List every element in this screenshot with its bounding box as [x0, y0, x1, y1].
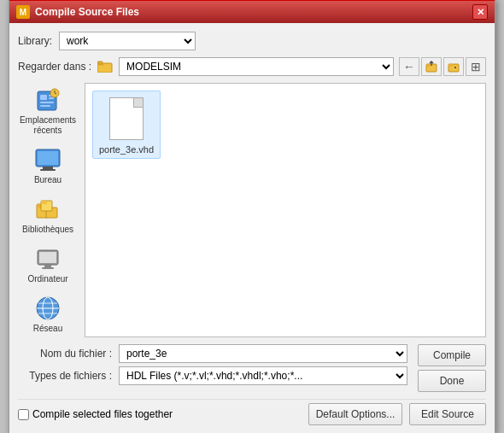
sidebar-item-libraries-label: Bibliothèques — [22, 225, 73, 235]
filetype-label: Types de fichiers : — [18, 370, 112, 382]
done-button[interactable]: Done — [418, 370, 486, 392]
bottom-fields: Nom du fichier : porte_3e Types de fichi… — [18, 344, 407, 392]
default-options-button[interactable]: Default Options... — [308, 403, 402, 425]
filename-input[interactable]: porte_3e — [119, 344, 407, 363]
recent-icon — [34, 86, 62, 114]
main-content: Emplacements récents Bureau — [18, 83, 486, 337]
bureau-icon — [34, 146, 62, 173]
titlebar: M Compile Source Files ✕ — [9, 1, 495, 23]
library-select[interactable]: work — [59, 32, 196, 50]
new-folder-button[interactable] — [443, 57, 464, 76]
libraries-icon — [34, 196, 62, 223]
sidebar-item-computer[interactable]: Ordinateur — [19, 242, 77, 288]
edit-source-button[interactable]: Edit Source — [409, 403, 486, 425]
bottom-section: Nom du fichier : porte_3e Types de fichi… — [18, 344, 486, 392]
window-body: Library: work Regarder dans : MODELSIM ← — [9, 23, 495, 433]
bottom-actions: Compile selected files together Default … — [18, 399, 486, 425]
up-folder-button[interactable] — [421, 57, 442, 76]
location-select[interactable]: MODELSIM — [119, 57, 394, 76]
svg-rect-15 — [38, 151, 58, 165]
view-toggle-button[interactable]: ⊞ — [466, 57, 486, 76]
sidebar-item-recent-label: Emplacements récents — [20, 115, 76, 136]
compile-button[interactable]: Compile — [418, 344, 486, 366]
svg-rect-2 — [97, 61, 103, 64]
location-row: Regarder dans : MODELSIM ← — [18, 57, 486, 76]
compile-source-dialog: M Compile Source Files ✕ Library: work R… — [9, 0, 495, 433]
computer-icon — [34, 245, 62, 272]
library-row: Library: work — [18, 32, 486, 50]
sidebar-item-bureau-label: Bureau — [34, 175, 62, 185]
svg-rect-27 — [42, 267, 54, 269]
filetype-row: Types de fichiers : HDL Files (*.v;*.vl;… — [18, 366, 407, 385]
close-button[interactable]: ✕ — [472, 4, 488, 20]
file-browser[interactable]: porte_3e.vhd — [85, 83, 486, 337]
svg-rect-25 — [39, 252, 56, 263]
file-browser-sidebar: Emplacements récents Bureau — [18, 83, 78, 337]
sidebar-item-network-label: Réseau — [33, 324, 62, 334]
file-page — [109, 97, 144, 140]
sidebar-item-libraries[interactable]: Bibliothèques — [19, 192, 77, 238]
library-label: Library: — [18, 35, 52, 47]
svg-rect-11 — [40, 102, 54, 103]
file-name: porte_3e.vhd — [99, 144, 154, 155]
svg-rect-12 — [40, 105, 50, 107]
network-icon — [34, 295, 62, 322]
svg-rect-17 — [40, 169, 56, 171]
sidebar-item-computer-label: Ordinateur — [27, 274, 67, 284]
app-icon: M — [16, 5, 30, 19]
filename-row: Nom du fichier : porte_3e — [18, 344, 407, 363]
nav-buttons: ← ⊞ — [399, 57, 486, 76]
svg-rect-26 — [44, 265, 51, 267]
folder-icon — [97, 60, 114, 73]
sidebar-item-network[interactable]: Réseau — [19, 291, 77, 337]
compile-together-label: Compile selected files together — [32, 408, 173, 420]
svg-rect-23 — [41, 201, 47, 204]
filetype-select[interactable]: HDL Files (*.v;*.vl;*.vhd;*.vhdl;*.vho;*… — [119, 366, 407, 385]
window-title: Compile Source Files — [35, 6, 139, 18]
svg-rect-8 — [40, 95, 47, 100]
sidebar-item-bureau[interactable]: Bureau — [19, 143, 77, 189]
file-item[interactable]: porte_3e.vhd — [92, 91, 161, 159]
compile-together-checkbox[interactable] — [18, 409, 29, 420]
side-buttons: Compile Done — [418, 344, 486, 392]
svg-rect-16 — [43, 167, 53, 169]
back-nav-button[interactable]: ← — [399, 57, 419, 76]
svg-rect-4 — [426, 64, 431, 67]
titlebar-left: M Compile Source Files — [16, 5, 139, 19]
file-icon — [106, 95, 147, 143]
sidebar-item-recent[interactable]: Emplacements récents — [19, 83, 77, 139]
svg-rect-10 — [49, 97, 54, 99]
filename-label: Nom du fichier : — [18, 348, 112, 360]
compile-together-row: Compile selected files together — [18, 408, 173, 420]
location-label: Regarder dans : — [18, 61, 91, 73]
svg-rect-6 — [448, 64, 453, 67]
